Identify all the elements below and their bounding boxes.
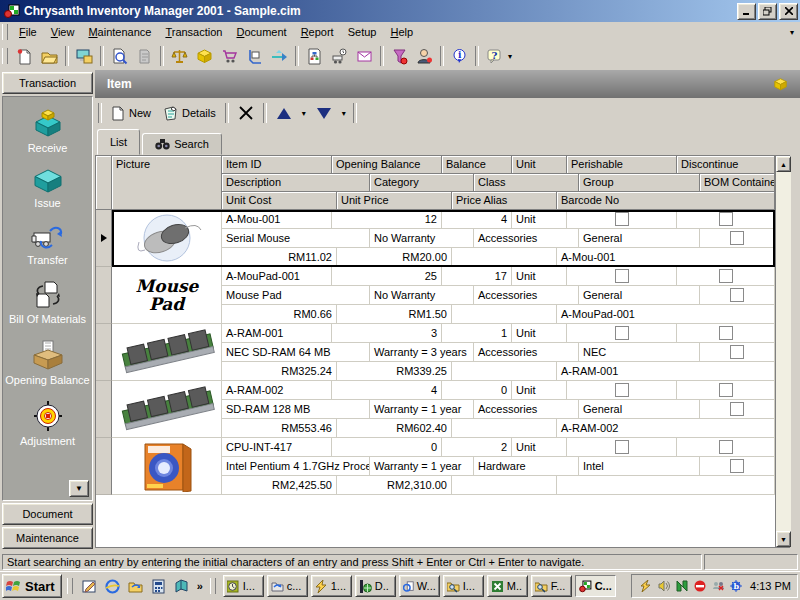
menu-file[interactable]: File (12, 23, 44, 41)
col-header-discontinue[interactable]: Discontinue (677, 156, 775, 174)
cell-price-alias[interactable] (452, 362, 557, 381)
discontinue-checkbox[interactable] (719, 326, 733, 340)
perishable-checkbox[interactable] (615, 326, 629, 340)
row-selector[interactable] (96, 381, 112, 438)
cell-barcode-no[interactable]: A-MouPad-001 (557, 305, 775, 324)
cell-category[interactable]: No Warranty (370, 229, 474, 248)
menu-view[interactable]: View (44, 23, 82, 41)
quick-launch-calculator-icon[interactable] (149, 576, 169, 596)
taskbar-gripper[interactable] (210, 578, 216, 594)
cell-opening-balance[interactable]: 3 (332, 324, 442, 343)
col-header-price-alias[interactable]: Price Alias (452, 192, 557, 210)
sidebar-item-adjustment[interactable]: Adjustment (4, 400, 92, 447)
quick-launch-desktop-notes-icon[interactable] (80, 576, 100, 596)
table-row[interactable]: Mouse Pad A-MouPad-001 25 17 Unit Mouse … (96, 267, 775, 324)
col-header-picture[interactable]: Picture (112, 156, 222, 210)
delete-button[interactable] (232, 103, 260, 123)
cell-group[interactable]: NEC (579, 343, 700, 362)
table-row[interactable]: A-RAM-001 3 1 Unit NEC SD-RAM 64 MB Warr… (96, 324, 775, 381)
cell-unit[interactable]: Unit (512, 381, 567, 400)
cell-barcode-no[interactable]: A-RAM-001 (557, 362, 775, 381)
cell-price-alias[interactable] (452, 305, 557, 324)
discontinue-checkbox[interactable] (719, 440, 733, 454)
title-bar[interactable]: Chrysanth Inventory Manager 2001 - Sampl… (0, 0, 800, 22)
tab-search[interactable]: Search (142, 133, 222, 155)
taskbar-task-5[interactable]: W... (399, 575, 440, 597)
tab-list[interactable]: List (97, 129, 140, 155)
cell-balance[interactable]: 2 (442, 438, 512, 457)
sidebar-group-document[interactable]: Document (2, 503, 93, 525)
cell-unit-price[interactable]: RM20.00 (337, 248, 452, 267)
lightning-tray-icon[interactable] (638, 579, 653, 594)
cell-category[interactable]: No Warranty (370, 286, 474, 305)
bom-container-checkbox[interactable] (730, 459, 744, 473)
discontinue-checkbox[interactable] (719, 212, 733, 226)
col-header-barcode-no[interactable]: Barcode No (557, 192, 775, 210)
network-error-tray-icon[interactable] (710, 579, 725, 594)
cell-opening-balance[interactable]: 0 (332, 438, 442, 457)
col-header-group[interactable]: Group (579, 174, 700, 192)
cell-unit-cost[interactable]: RM553.46 (222, 419, 337, 438)
cell-price-alias[interactable] (452, 476, 557, 495)
cell-unit[interactable]: Unit (512, 324, 567, 343)
cell-group[interactable]: General (579, 286, 700, 305)
taskbar-task-9-active[interactable]: C... (575, 575, 616, 597)
filter-funnel-icon[interactable] (387, 44, 412, 69)
sidebar-item-issue[interactable]: Issue (4, 168, 92, 209)
cell-price-alias[interactable] (452, 248, 557, 267)
taskbar-gripper[interactable] (67, 578, 73, 594)
taskbar-task-2[interactable]: c... (267, 575, 308, 597)
sidebar-item-transfer[interactable]: Transfer (4, 223, 92, 266)
help-dropdown-icon[interactable]: ▾ (508, 52, 512, 61)
menu-overflow-icon[interactable]: ▾ (790, 28, 794, 37)
cell-class[interactable]: Accessories (474, 229, 579, 248)
table-row[interactable]: A-Mou-001 12 4 Unit Serial Mouse No Warr… (96, 210, 775, 267)
cell-category[interactable]: Warranty = 1 year (370, 457, 474, 476)
transfer-signpost-icon[interactable] (267, 44, 292, 69)
discontinue-checkbox[interactable] (719, 269, 733, 283)
col-header-opening-balance[interactable]: Opening Balance (332, 156, 442, 174)
cell-barcode-no[interactable] (557, 476, 775, 495)
cell-unit[interactable]: Unit (512, 210, 567, 229)
restore-button[interactable] (758, 3, 777, 20)
col-header-item-id[interactable]: Item ID (222, 156, 332, 174)
bom-document-icon[interactable] (302, 44, 327, 69)
cell-class[interactable]: Accessories (474, 400, 579, 419)
cell-opening-balance[interactable]: 4 (332, 381, 442, 400)
open-folder-icon[interactable] (37, 44, 62, 69)
menu-gripper[interactable] (2, 24, 8, 40)
next-record-button[interactable] (310, 105, 338, 122)
cell-group[interactable]: Intel (579, 457, 700, 476)
col-header-unit[interactable]: Unit (512, 156, 567, 174)
perishable-checkbox[interactable] (615, 383, 629, 397)
cell-price-alias[interactable] (452, 419, 557, 438)
cell-unit-price[interactable]: RM2,310.00 (337, 476, 452, 495)
menu-transaction[interactable]: Transaction (158, 23, 229, 41)
scroll-up-button[interactable]: ▲ (776, 156, 791, 172)
cell-group[interactable]: General (579, 400, 700, 419)
perishable-checkbox[interactable] (615, 212, 629, 226)
cell-category[interactable]: Warranty = 3 years (370, 343, 474, 362)
cell-description[interactable]: Intel Pentium 4 1.7GHz Processor (222, 457, 370, 476)
taskbar-task-7[interactable]: M.. (487, 575, 528, 597)
cell-opening-balance[interactable]: 25 (332, 267, 442, 286)
next-dropdown-icon[interactable]: ▾ (338, 106, 350, 121)
perishable-checkbox[interactable] (615, 440, 629, 454)
discontinue-checkbox[interactable] (719, 383, 733, 397)
cell-description[interactable]: NEC SD-RAM 64 MB (222, 343, 370, 362)
cell-barcode-no[interactable]: A-Mou-001 (557, 248, 775, 267)
taskbar-clock[interactable]: 4:13 PM (750, 580, 791, 592)
sidebar-item-bill-of-materials[interactable]: Bill Of Materials (4, 280, 92, 325)
close-button[interactable] (779, 3, 798, 20)
print-preview-icon[interactable] (107, 44, 132, 69)
cell-unit-cost[interactable]: RM325.24 (222, 362, 337, 381)
bom-container-checkbox[interactable] (730, 231, 744, 245)
help-bubble-icon[interactable]: ? (482, 44, 507, 69)
cell-balance[interactable]: 0 (442, 381, 512, 400)
stock-balance-icon[interactable] (167, 44, 192, 69)
cell-unit[interactable]: Unit (512, 438, 567, 457)
bom-container-checkbox[interactable] (730, 288, 744, 302)
send-to-computer-icon[interactable] (72, 44, 97, 69)
sidebar-item-opening-balance[interactable]: Opening Balance (4, 339, 92, 386)
quick-launch-internet-explorer-icon[interactable] (103, 576, 123, 596)
